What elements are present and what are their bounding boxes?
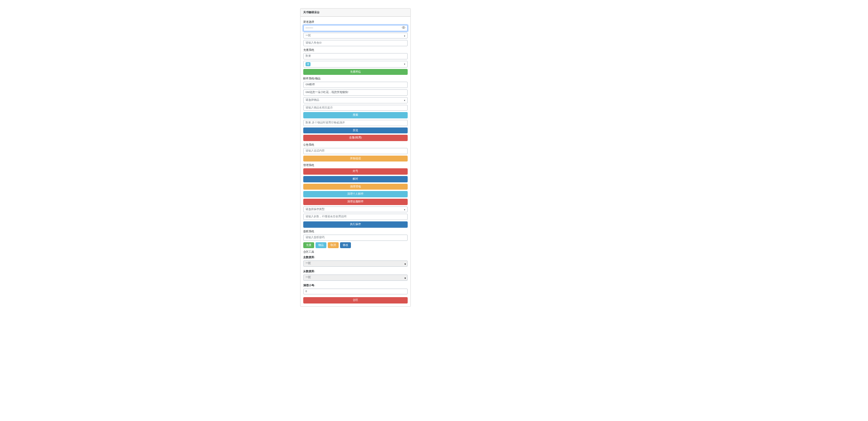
announce-input[interactable] [303, 148, 408, 154]
mail-item-search-input[interactable] [303, 105, 408, 111]
mail-title-input[interactable] [303, 82, 408, 88]
sub-db-select-value: 一区 [306, 276, 311, 279]
channel-select-value: --------- [306, 26, 313, 30]
svg-point-0 [403, 27, 404, 28]
mail-amount-input[interactable] [303, 120, 408, 126]
channel-select[interactable]: --------- [303, 25, 408, 31]
auth-cancel-button[interactable]: 取消 [328, 242, 339, 249]
main-db-select[interactable]: 一区 [303, 260, 408, 267]
auth-item-button[interactable]: 物品 [316, 242, 326, 249]
ban-button[interactable]: 封号 [303, 168, 408, 175]
sub-db-select[interactable]: 一区 [303, 274, 408, 281]
announce-button[interactable]: 开始说话 [303, 156, 408, 162]
recharge-amount-input[interactable] [303, 53, 408, 59]
role-id-input[interactable] [303, 40, 408, 46]
mail-allserver-button[interactable]: 全服(慎用) [303, 135, 408, 141]
recharge-select-tag: 请 [306, 62, 311, 66]
unban-button[interactable]: 解封 [303, 176, 408, 182]
eye-icon [402, 26, 405, 31]
panel-body: 渠道选择 --------- 一区 ▾ 充值系统 [301, 17, 410, 306]
mail-label: 邮件系统/物品 [303, 77, 408, 80]
clear-all-mail-button[interactable]: 清理全服邮件 [303, 199, 408, 205]
recharge-button[interactable]: 充值档位 [303, 69, 408, 75]
zone-select-value: 一区 [306, 34, 311, 38]
mail-body-input[interactable] [303, 89, 408, 96]
chevron-down-icon: ▾ [404, 63, 405, 66]
manage-op-select[interactable]: 请选择操作类型 ▾ [303, 206, 408, 213]
main-db-label: 主数据库: [303, 256, 408, 259]
zone-select[interactable]: 一区 ▾ [303, 33, 408, 39]
auth-modify-button[interactable]: 修改 [340, 242, 351, 249]
manage-param-input[interactable] [303, 214, 408, 220]
mail-item-select-placeholder: 请选择物品 [306, 98, 319, 102]
sub-db-label: 从数据库: [303, 270, 408, 273]
clear-small-label: 清理小号: [303, 284, 408, 287]
main-db-select-value: 一区 [306, 262, 311, 265]
channel-label: 渠道选择 [303, 20, 408, 24]
mail-search-button[interactable]: 搜索 [303, 112, 408, 118]
merge-label: 合区工具 [303, 250, 408, 254]
manage-label: 管理系统 [303, 164, 408, 167]
manage-op-select-placeholder: 请选择操作类型 [306, 208, 325, 211]
clear-bag-button[interactable]: 清理背包 [303, 184, 408, 190]
chevron-down-icon: ▾ [404, 34, 405, 37]
auth-password-input[interactable] [303, 235, 408, 241]
auth-button-row: 充值 物品 取消 修改 [303, 242, 408, 249]
mail-send-button[interactable]: 发送 [303, 127, 408, 134]
clear-small-input[interactable] [303, 289, 408, 295]
chevron-down-icon: ▾ [404, 208, 405, 211]
recharge-label: 充值系统 [303, 49, 408, 52]
admin-panel: 天书物语后台 渠道选择 --------- 一区 ▾ [300, 8, 411, 307]
auth-label: 授权系统 [303, 230, 408, 233]
chevron-down-icon: ▾ [404, 98, 405, 102]
manage-execute-button[interactable]: 执行操作 [303, 221, 408, 228]
clear-personal-mail-button[interactable]: 清理个人邮件 [303, 191, 408, 197]
recharge-tier-select[interactable]: 请 ▾ [303, 61, 408, 68]
merge-button[interactable]: 合区 [303, 297, 408, 304]
auth-recharge-button[interactable]: 充值 [303, 242, 314, 249]
panel-title: 天书物语后台 [301, 9, 410, 17]
mail-item-select[interactable]: 请选择物品 ▾ [303, 97, 408, 103]
announce-label: 公告系统 [303, 143, 408, 147]
